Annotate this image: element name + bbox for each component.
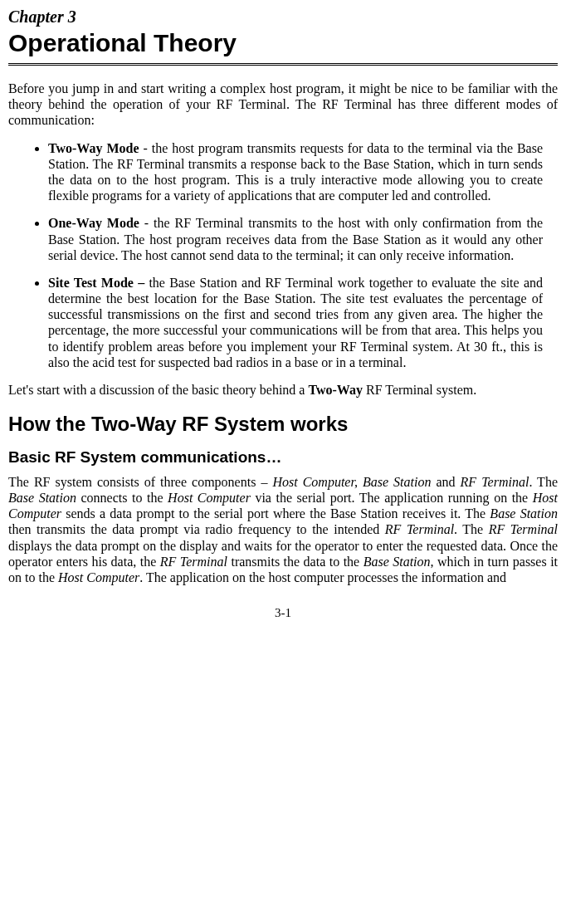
- text-run: RF Terminal system.: [363, 383, 476, 397]
- italic-text: Host Computer: [58, 570, 139, 584]
- page-number: 3-1: [8, 605, 558, 620]
- italic-text: Base Station: [8, 491, 76, 505]
- text-run: transmits the data to the: [227, 555, 364, 569]
- chapter-rule: [8, 63, 558, 66]
- subsection-heading: Basic RF System communications…: [8, 448, 558, 467]
- italic-text: RF Terminal: [461, 475, 529, 489]
- mode-name: One-Way Mode: [48, 216, 139, 230]
- text-run: then transmits the data prompt via radio…: [8, 522, 385, 536]
- chapter-label: Chapter 3: [8, 7, 558, 27]
- italic-text: Host Computer: [168, 491, 251, 505]
- list-item: Two-Way Mode - the host program transmit…: [48, 140, 558, 204]
- text-run: The RF system consists of three componen…: [8, 475, 272, 489]
- intro-paragraph: Before you jump in and start writing a c…: [8, 81, 558, 129]
- text-run: . The: [454, 522, 489, 536]
- list-item: One-Way Mode - the RF Terminal transmits…: [48, 215, 558, 263]
- text-run: via the serial port. The application run…: [251, 491, 533, 505]
- italic-text: Base Station,: [364, 555, 434, 569]
- text-run: sends a data prompt to the serial port w…: [61, 506, 490, 521]
- italic-text: RF Terminal: [160, 555, 227, 569]
- mode-name: Site Test Mode –: [48, 276, 144, 290]
- transition-paragraph: Let's start with a discussion of the bas…: [8, 382, 558, 398]
- bold-text: Two-Way: [308, 383, 362, 397]
- section-heading: How the Two-Way RF System works: [8, 413, 558, 437]
- italic-text: Base Station: [490, 506, 558, 521]
- text-run: . The application on the host computer p…: [139, 570, 506, 584]
- body-paragraph: The RF system consists of three componen…: [8, 474, 558, 585]
- text-run: and: [431, 475, 460, 489]
- chapter-title: Operational Theory: [8, 28, 558, 58]
- italic-text: RF Terminal: [489, 522, 558, 536]
- mode-list: Two-Way Mode - the host program transmit…: [8, 140, 558, 370]
- text-run: . The: [529, 475, 558, 489]
- mode-name: Two-Way Mode: [48, 141, 139, 155]
- mode-sep: -: [139, 141, 152, 155]
- list-item: Site Test Mode – the Base Station and RF…: [48, 275, 558, 370]
- italic-text: Host Computer, Base Station: [272, 475, 431, 489]
- mode-sep: -: [139, 216, 154, 230]
- text-run: connects to the: [76, 491, 168, 505]
- text-run: Let's start with a discussion of the bas…: [8, 383, 308, 397]
- italic-text: RF Terminal: [385, 522, 454, 536]
